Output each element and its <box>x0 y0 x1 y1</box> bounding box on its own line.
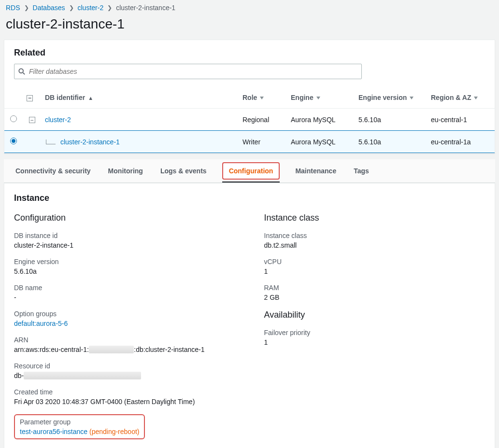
value-ram: 2 GB <box>264 294 485 301</box>
cell-region-az: eu-central-1 <box>427 109 495 131</box>
value-failover-priority: 1 <box>264 338 485 346</box>
label-db-instance-id: DB instance id <box>14 232 235 239</box>
row-select-radio[interactable] <box>10 138 17 144</box>
parameter-group-status: (pending-reboot) <box>89 428 140 435</box>
col-identifier[interactable]: DB identifier▲ <box>41 87 239 109</box>
redacted-resource: XXXXXXXXXXXXXXXXXXXXXXXXXX <box>24 372 141 379</box>
parameter-group-link[interactable]: test-aurora56-instance <box>20 428 87 435</box>
breadcrumb-current: cluster-2-instance-1 <box>116 4 175 12</box>
value-vcpu: 1 <box>264 267 485 275</box>
value-db-name: - <box>14 294 235 301</box>
label-parameter-group: Parameter group <box>20 418 139 426</box>
label-option-groups: Option groups <box>14 310 235 318</box>
filter-icon <box>260 97 264 99</box>
configuration-heading: Configuration <box>14 213 235 223</box>
filter-icon <box>410 97 413 99</box>
svg-point-0 <box>19 69 23 73</box>
availability-heading: Availability <box>264 310 485 320</box>
db-identifier-link[interactable]: cluster-2-instance-1 <box>60 138 120 146</box>
value-engine-version: 5.6.10a <box>14 267 235 275</box>
label-ram: RAM <box>264 284 485 292</box>
page-title: cluster-2-instance-1 <box>6 16 493 32</box>
col-engine-version[interactable]: Engine version <box>355 87 427 109</box>
tab-monitoring[interactable]: Monitoring <box>106 159 145 182</box>
redacted-account: 000000000000 <box>89 346 134 353</box>
table-row[interactable]: − cluster-2 Regional Aurora MySQL 5.6.10… <box>4 109 495 131</box>
instance-class-heading: Instance class <box>264 213 485 223</box>
col-engine[interactable]: Engine <box>287 87 355 109</box>
chevron-right-icon: ❯ <box>107 4 112 11</box>
breadcrumb: RDS ❯ Databases ❯ cluster-2 ❯ cluster-2-… <box>4 0 495 14</box>
cell-region-az: eu-central-1a <box>427 131 495 153</box>
filter-container <box>14 64 362 79</box>
chevron-right-icon: ❯ <box>69 4 74 11</box>
label-resource-id: Resource id <box>14 362 235 370</box>
value-instance-class: db.t2.small <box>264 241 485 249</box>
col-role[interactable]: Role <box>239 87 287 109</box>
instance-heading: Instance <box>14 193 485 203</box>
filter-icon <box>474 97 478 99</box>
cell-role: Regional <box>239 109 287 131</box>
row-select-radio[interactable] <box>10 115 17 122</box>
table-row[interactable]: cluster-2-instance-1 Writer Aurora MySQL… <box>4 131 495 153</box>
cell-engine: Aurora MySQL <box>287 109 355 131</box>
tab-configuration[interactable]: Configuration <box>222 162 280 180</box>
related-table: − DB identifier▲ Role Engine Engine vers… <box>4 87 495 153</box>
label-created-time: Created time <box>14 388 235 396</box>
sort-asc-icon: ▲ <box>88 95 93 101</box>
tree-connector-icon <box>46 140 56 144</box>
parameter-group-highlight: Parameter group test-aurora56-instance (… <box>14 414 145 439</box>
cell-role: Writer <box>239 131 287 153</box>
value-db-instance-id: cluster-2-instance-1 <box>14 241 235 249</box>
chevron-right-icon: ❯ <box>24 4 29 11</box>
tab-logs[interactable]: Logs & events <box>158 159 209 182</box>
value-resource-id: db-XXXXXXXXXXXXXXXXXXXXXXXXXX <box>14 372 235 379</box>
tab-maintenance[interactable]: Maintenance <box>293 159 338 182</box>
label-vcpu: vCPU <box>264 258 485 266</box>
collapse-icon[interactable]: − <box>29 117 35 123</box>
label-instance-class: Instance class <box>264 232 485 239</box>
label-arn: ARN <box>14 336 235 344</box>
svg-line-1 <box>23 73 25 75</box>
tabs: Connectivity & security Monitoring Logs … <box>4 159 495 183</box>
cell-engine: Aurora MySQL <box>287 131 355 153</box>
label-failover-priority: Failover priority <box>264 329 485 336</box>
option-groups-link[interactable]: default:aurora-5-6 <box>14 320 68 327</box>
collapse-all-icon[interactable]: − <box>27 95 33 101</box>
breadcrumb-databases[interactable]: Databases <box>33 4 65 12</box>
value-arn: arn:aws:rds:eu-central-1:000000000000:db… <box>14 346 235 353</box>
breadcrumb-cluster[interactable]: cluster-2 <box>78 4 104 12</box>
value-created-time: Fri Apr 03 2020 10:48:37 GMT-0400 (Easte… <box>14 398 235 406</box>
tab-tags[interactable]: Tags <box>352 159 371 182</box>
label-db-name: DB name <box>14 284 235 292</box>
filter-input[interactable] <box>28 67 357 76</box>
col-region-az[interactable]: Region & AZ <box>427 87 495 109</box>
label-engine-version: Engine version <box>14 258 235 266</box>
related-heading: Related <box>14 48 485 58</box>
filter-icon <box>316 97 320 99</box>
breadcrumb-rds[interactable]: RDS <box>6 4 20 12</box>
cell-engine-version: 5.6.10a <box>355 109 427 131</box>
search-icon <box>18 68 25 75</box>
db-identifier-link[interactable]: cluster-2 <box>45 116 71 124</box>
tab-connectivity[interactable]: Connectivity & security <box>14 159 93 182</box>
cell-engine-version: 5.6.10a <box>355 131 427 153</box>
